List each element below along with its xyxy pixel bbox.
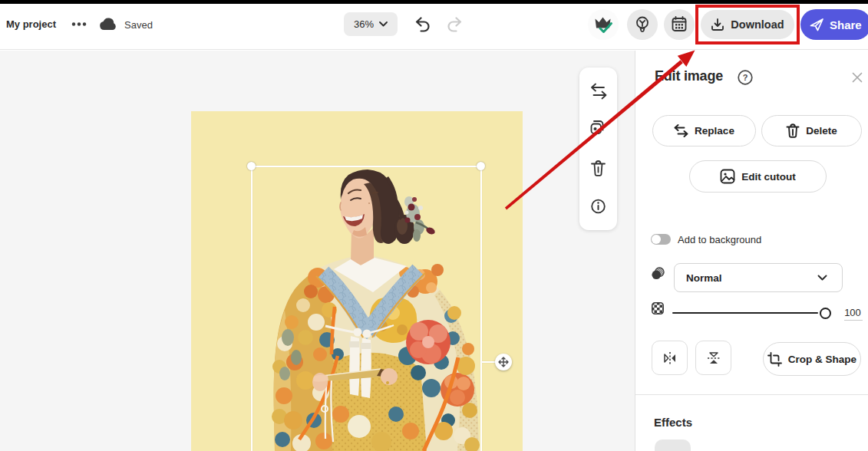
svg-text:?: ?: [743, 73, 748, 82]
